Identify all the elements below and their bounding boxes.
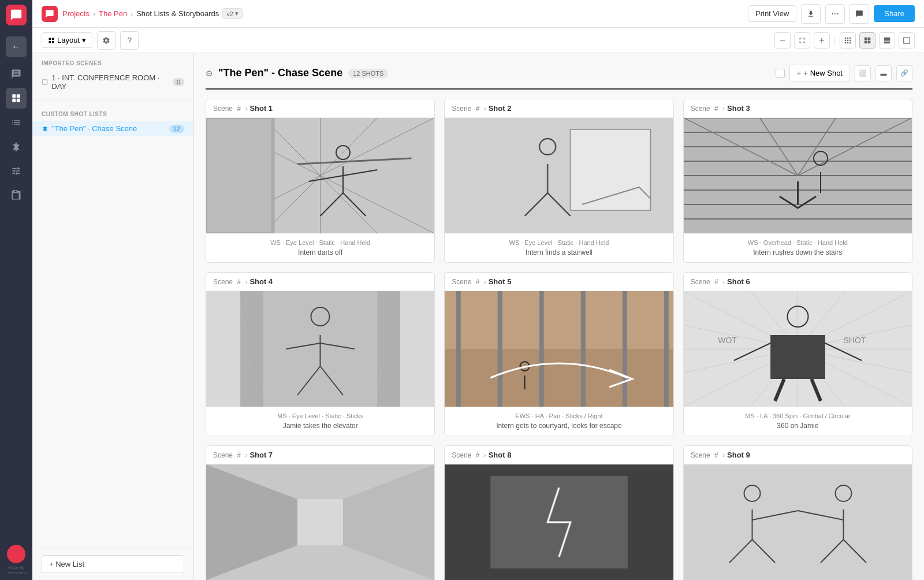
breadcrumb-current: Shot Lists & Storyboards	[136, 9, 219, 18]
shots-header: ⊙ "The Pen" - Chase Scene 12 SHOTS + + N…	[206, 65, 912, 90]
shot-image	[684, 118, 912, 233]
shot-view-medium-button[interactable]: ▬	[875, 65, 892, 81]
nav-list-icon[interactable]	[6, 112, 27, 133]
svg-rect-10	[847, 37, 848, 38]
shot-canvas	[445, 118, 673, 233]
comment-button[interactable]	[850, 4, 869, 24]
shot-label: Shot 9	[727, 451, 750, 459]
shot-card-header: Scene # › Shot 6	[684, 273, 912, 291]
download-button[interactable]	[801, 4, 821, 24]
shot-number-symbol: #	[474, 451, 481, 459]
shot-card[interactable]: Scene # › Shot 7	[206, 445, 435, 580]
select-all-checkbox[interactable]	[776, 69, 785, 78]
svg-rect-18	[865, 37, 867, 40]
secondary-toolbar: Layout ▾ ? − +	[32, 28, 924, 53]
new-shot-button[interactable]: + + New Shot	[789, 65, 850, 81]
nav-filter-icon[interactable]	[6, 161, 27, 181]
more-options-button[interactable]: ⋯	[825, 4, 845, 24]
shot-card-header: Scene # › Shot 9	[684, 446, 912, 464]
shot-card[interactable]: Scene # › Shot 2 WS · Eye Level · Static…	[444, 99, 673, 263]
shot-card[interactable]: Scene # › Shot 1 WS · Eye Level · Static…	[206, 99, 435, 263]
nav-chat-icon[interactable]	[6, 64, 27, 84]
shot-info: WS · Eye Level · Static · Hand Held Inte…	[206, 233, 434, 262]
shot-view-wide-button[interactable]: ⬜	[855, 65, 871, 81]
shot-link-button[interactable]: 🔗	[896, 65, 912, 81]
shot-label: Shot 8	[489, 451, 512, 459]
shot-scene-label: Scene	[452, 278, 471, 286]
version-badge[interactable]: v2 ▾	[222, 8, 243, 19]
shot-card-header: Scene # › Shot 2	[445, 99, 673, 118]
shot-scene-label: Scene	[691, 278, 710, 286]
view-grid-medium-button[interactable]	[859, 32, 875, 49]
shot-card[interactable]: Scene # › Shot 6 MS · LA · 360 Spin · Gi…	[683, 272, 912, 436]
shot-arrow: ›	[245, 105, 247, 113]
shot-arrow: ›	[722, 278, 725, 286]
zoom-out-button[interactable]: −	[774, 32, 791, 49]
shot-description: Jamie takes the elevator	[213, 422, 427, 430]
view-grid-small-button[interactable]	[840, 32, 856, 49]
shot-card[interactable]: Scene # › Shot 3 WS · Overhead · Static …	[683, 99, 912, 263]
nav-scene-icon[interactable]	[6, 136, 27, 157]
shot-number-symbol: #	[713, 451, 720, 459]
svg-rect-21	[868, 40, 871, 43]
svg-rect-14	[850, 39, 851, 40]
user-avatar[interactable]	[7, 545, 25, 563]
print-view-button[interactable]: Print View	[748, 5, 796, 22]
fit-view-button[interactable]	[794, 32, 810, 49]
share-button[interactable]: Share	[874, 5, 915, 22]
help-button[interactable]: ?	[120, 31, 139, 50]
svg-rect-3	[17, 99, 20, 102]
shot-arrow: ›	[722, 451, 725, 459]
sidebar-item-chase-scene[interactable]: "The Pen" · Chase Scene 12	[32, 121, 193, 136]
shot-canvas	[684, 464, 912, 580]
zoom-in-button[interactable]: +	[814, 32, 830, 49]
shot-canvas	[206, 118, 434, 233]
new-list-button[interactable]: + New List	[42, 555, 184, 573]
svg-rect-0	[12, 94, 16, 98]
top-header: Projects › The Pen › Shot Lists & Storyb…	[32, 0, 924, 28]
shot-info: MS · Eye Level · Static · Sticks Jamie t…	[206, 407, 434, 436]
shot-tags: MS · Eye Level · Static · Sticks	[213, 412, 427, 419]
nav-back-icon[interactable]: ←	[6, 36, 27, 57]
shot-card-header: Scene # › Shot 8	[445, 446, 673, 464]
shot-card-header: Scene # › Shot 4	[206, 273, 434, 291]
shots-badge: 12 SHOTS	[348, 69, 388, 78]
shot-card[interactable]: Scene # › Shot 9	[683, 445, 912, 580]
shot-label: Shot 6	[727, 277, 750, 286]
made-by-label: Made By Leanometry	[0, 566, 32, 575]
nav-book-icon[interactable]	[6, 185, 27, 206]
svg-rect-19	[868, 37, 871, 40]
breadcrumb-pen[interactable]: The Pen	[99, 9, 127, 18]
scene-icon: ⊙	[206, 69, 213, 78]
layout-button[interactable]: Layout ▾	[42, 32, 92, 48]
shot-scene-label: Scene	[691, 451, 710, 459]
breadcrumb-sep-2: ›	[131, 10, 133, 18]
shot-card[interactable]: Scene # › Shot 4 MS · Eye Level · Static…	[206, 272, 435, 436]
breadcrumb-projects[interactable]: Projects	[62, 9, 90, 18]
shot-card[interactable]: Scene # › Shot 5 EWS · HA · Pan · Sticks…	[444, 272, 673, 436]
shot-number-symbol: #	[235, 451, 243, 459]
shots-title: ⊙ "The Pen" - Chase Scene 12 SHOTS	[206, 67, 388, 79]
shot-canvas	[206, 464, 434, 580]
sidebar-item-conference-room[interactable]: 1 · INT. CONFERENCE ROOM · DAY 0	[32, 70, 193, 94]
shot-card[interactable]: Scene # › Shot 8	[444, 445, 673, 580]
shot-card-header: Scene # › Shot 5	[445, 273, 673, 291]
shot-canvas	[445, 291, 673, 407]
shot-description: Intern rushes down the stairs	[691, 248, 905, 256]
svg-rect-20	[865, 40, 867, 43]
settings-button[interactable]	[97, 31, 116, 50]
new-shot-icon: +	[797, 69, 802, 77]
view-grid-large-button[interactable]	[879, 32, 895, 49]
main-content: Projects › The Pen › Shot Lists & Storyb…	[32, 0, 924, 580]
shot-image	[206, 291, 434, 407]
shot-arrow: ›	[484, 105, 486, 113]
app-logo[interactable]	[6, 5, 27, 25]
svg-rect-22	[884, 37, 891, 40]
svg-rect-13	[847, 39, 848, 40]
shot-scene-label: Scene	[213, 451, 233, 459]
shot-image	[684, 291, 912, 407]
nav-storyboard-icon[interactable]	[6, 88, 27, 109]
shot-label: Shot 7	[249, 451, 273, 459]
shot-info: MS · LA · 360 Spin · Gimbal / Circular 3…	[684, 407, 912, 436]
view-list-button[interactable]	[899, 32, 915, 49]
